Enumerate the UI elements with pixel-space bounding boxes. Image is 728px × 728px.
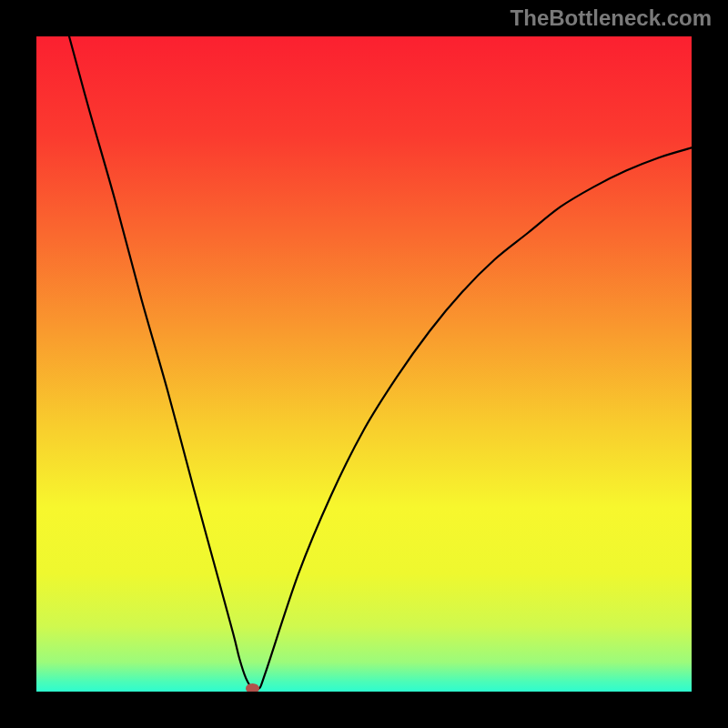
chart-svg [36,36,692,692]
chart-frame: TheBottleneck.com [0,0,728,728]
bottleneck-curve [69,36,692,690]
gradient-background [36,36,692,692]
watermark-text: TheBottleneck.com [511,5,712,31]
plot-area [36,36,692,692]
min-point-marker [246,683,259,692]
